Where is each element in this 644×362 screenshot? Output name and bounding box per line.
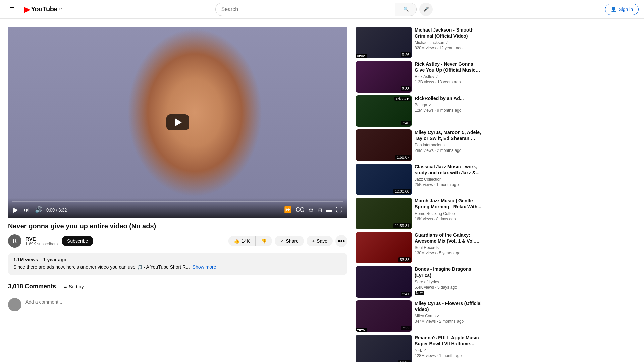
more-horiz-icon: •••	[338, 237, 345, 245]
sidebar-item[interactable]: 3:33 Rick Astley - Never Gonna Give You …	[356, 61, 482, 93]
header-right: ⋮ 👤 Sign in	[586, 3, 639, 16]
sidebar-item-meta: 347M views · 2 months ago	[415, 319, 482, 324]
sidebar-thumbnail: 11:59:31	[356, 198, 412, 229]
sign-in-button[interactable]: 👤 Sign in	[605, 4, 639, 15]
sidebar-item-channel: Sore of Lyrics	[415, 280, 482, 284]
voice-search-button[interactable]: 🎤	[419, 3, 433, 16]
search-bar: 🔍	[215, 3, 417, 16]
progress-bar[interactable]	[12, 201, 343, 202]
sidebar-thumbnail: 13:26	[356, 335, 412, 362]
description-box[interactable]: 1.1M views 1 year ago Since there are ad…	[8, 253, 347, 275]
subtitles-button[interactable]: CC	[294, 205, 306, 215]
sidebar-item-title: RickRolled by an Ad...	[415, 95, 482, 101]
sort-icon: ≡	[64, 284, 67, 289]
search-icon: 🔍	[403, 7, 409, 12]
vevo-badge: VEVO	[356, 54, 367, 58]
sidebar-thumbnail: Skip Ad ▶ 3:46	[356, 95, 412, 127]
sidebar-item-channel: NFL ✓	[415, 348, 482, 353]
channel-avatar[interactable]: R	[8, 234, 21, 248]
volume-button[interactable]: 🔊	[34, 205, 44, 215]
theater-button[interactable]: ▬	[325, 205, 333, 215]
main-content: ▶ ⏭ 🔊 0:00 / 3:32 ⏩	[0, 19, 644, 362]
miniplayer-button[interactable]: ⧉	[316, 205, 323, 215]
sidebar-item-info: Miley Cyrus - Flowers (Official Video) M…	[415, 300, 482, 332]
sidebar-item[interactable]: VEVO 3:22 Miley Cyrus - Flowers (Officia…	[356, 300, 482, 332]
settings-button[interactable]: ⚙	[307, 205, 315, 215]
controls-right: ⏩ CC ⚙ ⧉ ▬	[283, 205, 343, 215]
more-options-button[interactable]: ⋮	[586, 3, 600, 16]
video-controls: ▶ ⏭ 🔊 0:00 / 3:32 ⏩	[8, 198, 347, 218]
sidebar-item-title: Guardians of the Galaxy: Awesome Mix (Vo…	[415, 232, 482, 244]
video-duration: 1:58:07	[395, 155, 411, 160]
sidebar-item[interactable]: 11:59:31 March Jazz Music | Gentle Sprin…	[356, 198, 482, 229]
sidebar-item[interactable]: Skip Ad ▶ 3:46 RickRolled by an Ad... Be…	[356, 95, 482, 127]
play-overlay-button[interactable]	[166, 114, 189, 130]
sidebar-item-channel: Jazz Collection	[415, 177, 482, 182]
logo-country: JP	[58, 7, 62, 11]
sidebar-item[interactable]: 53:38 Guardians of the Galaxy: Awesome M…	[356, 232, 482, 263]
sidebar-item-title: March Jazz Music | Gentle Spring Morning…	[415, 198, 482, 210]
video-duration: 3:22	[401, 326, 411, 330]
like-button[interactable]: 👍 14K	[228, 236, 256, 246]
account-icon: 👤	[611, 7, 616, 12]
sidebar-item-meta: 12M views · 9 months ago	[415, 108, 482, 113]
menu-button[interactable]: ☰	[5, 3, 19, 16]
like-dislike-group: 👍 14K 👎	[228, 236, 272, 246]
video-duration: 8:41	[401, 292, 411, 296]
more-actions-button[interactable]: •••	[335, 235, 347, 247]
dislike-button[interactable]: 👎	[256, 236, 272, 246]
vevo-badge: VEVO	[356, 328, 367, 332]
sidebar-item-channel: Pop internacional	[415, 143, 482, 147]
sidebar-item-channel: Miley Cyrus ✓	[415, 314, 482, 318]
save-button[interactable]: + Save	[307, 236, 333, 246]
fullscreen-button[interactable]: ⛶	[335, 205, 343, 215]
sidebar-item-title: Classical Jazz Music - work, study and r…	[415, 164, 482, 176]
sidebar-item-meta: 1.3B views · 13 years ago	[415, 80, 482, 84]
comments-header: 3,018 Comments ≡ Sort by	[8, 283, 347, 290]
play-button[interactable]: ▶	[12, 205, 19, 215]
video-title: Never gonna give you up entire video (No…	[8, 222, 347, 230]
sidebar-item[interactable]: 13:26 Rihanna's FULL Apple Music Super B…	[356, 335, 482, 362]
video-player[interactable]: ▶ ⏭ 🔊 0:00 / 3:32 ⏩	[8, 27, 347, 218]
controls-row: ▶ ⏭ 🔊 0:00 / 3:32 ⏩	[12, 205, 343, 215]
sidebar-item-info: Bones - Imagine Dragons (Lyrics) Sore of…	[415, 266, 482, 298]
autoplay-toggle[interactable]: ⏩	[283, 205, 293, 215]
video-meta-row: R RVE 1.69K subscribers Subscribe 👍 14K …	[8, 234, 347, 248]
sidebar-item-meta: 25K views · 1 month ago	[415, 182, 482, 187]
action-buttons: 👍 14K 👎 ↗ Share + Save •••	[228, 235, 347, 247]
channel-name[interactable]: RVE	[25, 236, 58, 242]
video-section: ▶ ⏭ 🔊 0:00 / 3:32 ⏩	[0, 19, 356, 362]
share-button[interactable]: ↗ Share	[275, 236, 304, 246]
sidebar-item-info: Classical Jazz Music - work, study and r…	[415, 164, 482, 195]
video-duration: 3:33	[401, 86, 411, 91]
show-more-button[interactable]: Show more	[193, 264, 216, 270]
sidebar-item[interactable]: 1:58:07 Miley Cyrus, Maroon 5, Adele, Ta…	[356, 129, 482, 161]
video-duration: 53:38	[398, 257, 411, 262]
user-avatar	[8, 298, 21, 311]
sign-in-label: Sign in	[619, 7, 633, 12]
more-vert-icon: ⋮	[590, 6, 596, 13]
subscribe-button[interactable]: Subscribe	[62, 236, 93, 246]
sidebar: VEVO 9:26 Michael Jackson - Smooth Crimi…	[356, 19, 490, 362]
sidebar-item[interactable]: 12:00:00 Classical Jazz Music - work, st…	[356, 164, 482, 195]
sidebar-thumbnail: 12:00:00	[356, 164, 412, 195]
miniplayer-icon: ⧉	[318, 206, 322, 214]
next-button[interactable]: ⏭	[22, 205, 31, 215]
save-icon: +	[312, 238, 315, 244]
skip-next-icon: ⏭	[23, 206, 30, 214]
search-input[interactable]	[215, 3, 395, 16]
logo[interactable]: ▶ YouTubeJP	[24, 5, 62, 14]
sidebar-item-info: Rihanna's FULL Apple Music Super Bowl LV…	[415, 335, 482, 362]
sort-by-button[interactable]: ≡ Sort by	[64, 284, 84, 289]
sidebar-item-title: Rihanna's FULL Apple Music Super Bowl LV…	[415, 335, 482, 347]
play-icon: ▶	[13, 206, 18, 214]
comments-section: 3,018 Comments ≡ Sort by	[8, 283, 347, 311]
sidebar-item-title: Rick Astley - Never Gonna Give You Up (O…	[415, 61, 482, 73]
search-button[interactable]: 🔍	[395, 3, 417, 16]
sidebar-item-info: Michael Jackson - Smooth Criminal (Offic…	[415, 27, 482, 58]
sidebar-item[interactable]: 8:41 Bones - Imagine Dragons (Lyrics) So…	[356, 266, 482, 298]
comment-input[interactable]	[25, 298, 347, 306]
time-display: 0:00 / 3:32	[46, 207, 67, 213]
sidebar-item-meta: 820M views · 12 years ago	[415, 46, 482, 50]
sidebar-item[interactable]: VEVO 9:26 Michael Jackson - Smooth Crimi…	[356, 27, 482, 58]
